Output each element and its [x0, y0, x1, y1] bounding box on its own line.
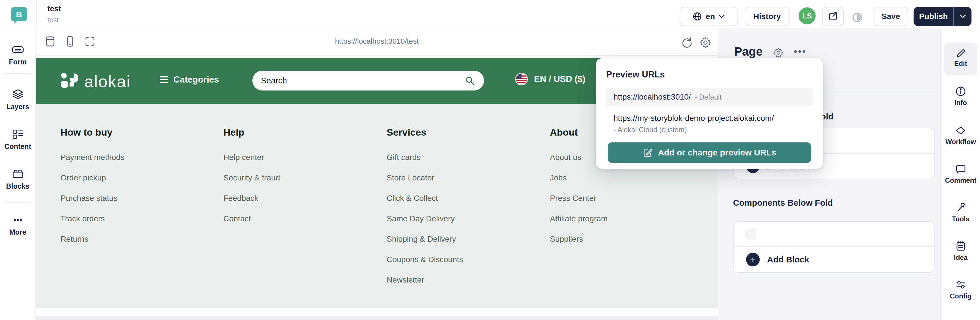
hamburger-icon — [160, 74, 169, 85]
footer-link[interactable]: Payment methods — [60, 153, 125, 162]
sidebar-item-label: Blocks — [0, 182, 35, 190]
footer-link[interactable]: Gift cards — [387, 153, 421, 162]
tool-config[interactable]: Config — [941, 279, 980, 300]
tool-comment[interactable]: Comment — [941, 163, 980, 184]
footer-link[interactable]: Help center — [223, 153, 264, 162]
sidebar-item-more[interactable]: More — [0, 213, 35, 236]
storyblok-logo-icon[interactable]: B — [11, 7, 27, 24]
sidebar-divider — [4, 202, 32, 203]
sidebar-item-label: Form — [0, 58, 35, 66]
tool-info[interactable]: Info — [941, 85, 980, 107]
search-icon — [464, 75, 476, 86]
locale-selector[interactable]: EN / USD ($) — [515, 72, 585, 86]
history-label: History — [754, 12, 781, 21]
footer-column-title: Services — [387, 127, 426, 138]
tool-tools[interactable]: Tools — [941, 201, 980, 223]
sidebar-item-content[interactable]: Content — [0, 128, 35, 150]
svg-text:B: B — [16, 10, 22, 19]
info-icon — [941, 85, 980, 98]
sidebar-item-blocks[interactable]: Blocks — [0, 167, 35, 190]
locale-label: EN / USD ($) — [534, 74, 585, 84]
sidebar-item-form[interactable]: Form — [0, 43, 35, 66]
panel-more-icon[interactable]: ••• — [794, 46, 807, 57]
categories-button[interactable]: Categories — [160, 74, 219, 85]
footer-link[interactable]: Same Day Delivery — [387, 214, 455, 223]
refresh-icon[interactable] — [681, 36, 693, 49]
panel-title: Page — [734, 45, 762, 59]
language-label: en — [706, 12, 715, 21]
footer-link[interactable]: About us — [550, 153, 581, 162]
footer-column-title: About — [550, 127, 578, 138]
tool-label: Tools — [941, 215, 980, 223]
globe-icon — [692, 11, 702, 22]
tool-edit[interactable]: Edit — [941, 46, 980, 68]
add-block-label: Add Block — [767, 255, 809, 265]
footer-link[interactable]: Shipping & Delivery — [387, 234, 456, 244]
footer-link[interactable]: Coupons & Discounts — [387, 255, 463, 264]
footer-link[interactable]: Returns — [60, 234, 88, 244]
preview-toolbar: https://localhost:3010/test — [36, 29, 718, 55]
story-title: test — [48, 5, 61, 13]
components-below-fold-card: + Add Block — [733, 221, 935, 273]
footer-link[interactable]: Security & fraud — [223, 173, 280, 182]
footer-link[interactable]: Track orders — [60, 214, 105, 223]
preview-bottom-strip — [36, 316, 718, 320]
footer-link[interactable]: Purchase status — [60, 194, 118, 203]
footer-column-title: Help — [223, 127, 245, 138]
footer-link[interactable]: Press Center — [550, 194, 596, 203]
avatar[interactable]: LS — [799, 7, 816, 24]
component-row[interactable] — [733, 222, 934, 246]
preview-url-option-custom[interactable]: https://my-storyblok-demo-project.alokai… — [606, 114, 813, 134]
publish-dropdown-button[interactable] — [954, 14, 972, 19]
alokai-logo[interactable]: alokai — [60, 72, 131, 91]
brand-name: alokai — [84, 72, 131, 91]
topbar-divider — [36, 0, 37, 29]
save-label: Save — [881, 12, 900, 21]
add-change-preview-urls-button[interactable]: Add or change preview URLs — [608, 143, 811, 163]
publish-button[interactable]: Publish — [913, 12, 953, 21]
footer-link[interactable]: Suppliers — [550, 234, 583, 244]
tool-label: Comment — [941, 176, 980, 184]
tool-workflow[interactable]: Workflow — [941, 124, 980, 146]
footer-link[interactable]: Store Locator — [387, 173, 434, 182]
search-input[interactable]: Search — [252, 71, 484, 90]
more-dots-icon — [0, 213, 35, 227]
preview-url-option-default[interactable]: https://localhost:3010/ - Default — [606, 88, 813, 106]
save-button[interactable]: Save — [873, 7, 908, 26]
iframe-gap — [36, 55, 718, 58]
panel-gear-icon[interactable] — [773, 47, 784, 59]
footer-link[interactable]: Jobs — [550, 173, 566, 182]
tool-label: Workflow — [941, 138, 980, 146]
history-button[interactable]: History — [745, 7, 789, 26]
footer-link[interactable]: Newsletter — [387, 276, 424, 285]
content-icon — [0, 128, 35, 141]
plus-icon: + — [746, 253, 760, 266]
tool-idea[interactable]: Idea — [941, 240, 980, 261]
component-checkbox[interactable] — [746, 229, 756, 239]
contrast-icon[interactable] — [852, 12, 863, 23]
option-url: https://my-storyblok-demo-project.alokai… — [614, 114, 774, 122]
notepad-icon — [941, 240, 980, 252]
language-selector[interactable]: en — [679, 7, 738, 26]
preview-urls-popup: Preview URLs https://localhost:3010/ - D… — [596, 58, 823, 169]
publish-split-button: Publish — [913, 7, 972, 26]
option-note: - Default — [695, 93, 721, 101]
external-link-icon — [828, 11, 838, 22]
categories-label: Categories — [173, 74, 219, 85]
footer-link[interactable]: Order pickup — [60, 173, 106, 182]
open-external-button[interactable] — [822, 7, 844, 26]
sidebar-item-label: Content — [0, 143, 35, 150]
preview-url[interactable]: https://localhost:3010/test — [36, 37, 718, 46]
chevron-down-icon — [718, 14, 725, 19]
form-icon — [0, 43, 35, 56]
add-block-row[interactable]: + Add Block — [733, 247, 934, 272]
sidebar-item-layers[interactable]: Layers — [0, 88, 35, 111]
preview-settings-gear-icon[interactable] — [699, 36, 712, 49]
footer-link[interactable]: Feedback — [223, 194, 258, 203]
footer-column-title: How to buy — [60, 127, 113, 138]
footer-link[interactable]: Click & Collect — [387, 194, 438, 203]
sliders-icon — [941, 279, 980, 291]
footer-link[interactable]: Contact — [223, 214, 251, 223]
edit-square-icon — [643, 147, 653, 158]
footer-link[interactable]: Affiliate program — [550, 214, 608, 223]
